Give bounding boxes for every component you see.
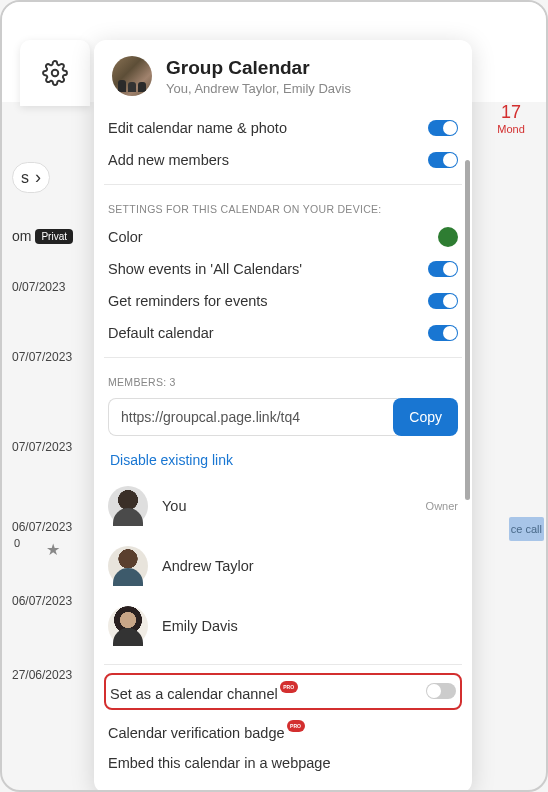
default-calendar-toggle[interactable] xyxy=(428,325,458,341)
reminders-toggle[interactable] xyxy=(428,293,458,309)
set-channel-label: Set as a calendar channel xyxy=(110,681,426,702)
star-icon: ★ xyxy=(46,540,60,559)
default-calendar-row[interactable]: Default calendar xyxy=(104,317,462,349)
bg-calendar-name: om Privat xyxy=(12,228,73,244)
disable-link-button[interactable]: Disable existing link xyxy=(104,440,239,476)
member-row[interactable]: Emily Davis xyxy=(104,596,462,656)
gear-icon xyxy=(42,60,68,86)
calendar-members-summary: You, Andrew Taylor, Emily Davis xyxy=(166,81,351,96)
member-avatar xyxy=(108,486,148,526)
bg-nav[interactable]: s › xyxy=(12,162,50,193)
bg-date-day: Mond xyxy=(486,123,536,135)
set-channel-toggle[interactable] xyxy=(426,683,456,699)
embed-calendar-label: Embed this calendar in a webpage xyxy=(108,755,458,771)
member-role: Owner xyxy=(426,500,458,512)
device-settings-heading: SETTINGS FOR THIS CALENDAR ON YOUR DEVIC… xyxy=(104,193,462,221)
copy-button[interactable]: Copy xyxy=(393,398,458,436)
color-row[interactable]: Color xyxy=(104,221,462,253)
set-channel-row[interactable]: Set as a calendar channel xyxy=(104,673,462,710)
bg-date-header: 17 Mond xyxy=(486,102,536,135)
add-members-row[interactable]: Add new members xyxy=(104,144,462,176)
member-row[interactable]: You Owner xyxy=(104,476,462,536)
bg-event-tile[interactable]: ce call xyxy=(509,517,544,541)
member-name: Emily Davis xyxy=(162,618,444,634)
member-name: You xyxy=(162,498,412,514)
share-link-input[interactable] xyxy=(108,398,397,436)
divider xyxy=(104,357,462,358)
color-swatch[interactable] xyxy=(438,227,458,247)
edit-calendar-toggle[interactable] xyxy=(428,120,458,136)
member-row[interactable]: Andrew Taylor xyxy=(104,536,462,596)
bg-date-cell: 07/07/2023 xyxy=(12,440,72,454)
add-members-label: Add new members xyxy=(108,152,428,168)
divider xyxy=(104,184,462,185)
verification-badge-row[interactable]: Calendar verification badge xyxy=(104,714,462,747)
default-calendar-label: Default calendar xyxy=(108,325,428,341)
show-all-calendars-row[interactable]: Show events in 'All Calendars' xyxy=(104,253,462,285)
group-avatar[interactable] xyxy=(112,56,152,96)
member-name: Andrew Taylor xyxy=(162,558,444,574)
pro-badge-icon xyxy=(280,681,298,693)
bg-date-cell: 0/07/2023 xyxy=(12,280,65,294)
calendar-settings-panel: Group Calendar You, Andrew Taylor, Emily… xyxy=(94,40,472,792)
private-badge: Privat xyxy=(35,229,73,244)
bg-date-cell: 06/07/2023 xyxy=(12,520,72,534)
members-heading: MEMBERS: 3 xyxy=(104,366,462,394)
show-all-toggle[interactable] xyxy=(428,261,458,277)
scrollbar-thumb[interactable] xyxy=(465,160,470,500)
member-avatar xyxy=(108,546,148,586)
verification-badge-label: Calendar verification badge xyxy=(108,720,458,741)
show-all-label: Show events in 'All Calendars' xyxy=(108,261,428,277)
bg-date-cell: 06/07/2023 xyxy=(12,594,72,608)
bg-nav-letter: s xyxy=(21,169,29,187)
edit-calendar-label: Edit calendar name & photo xyxy=(108,120,428,136)
share-link-row: Copy xyxy=(104,394,462,440)
reminders-row[interactable]: Get reminders for events xyxy=(104,285,462,317)
add-members-toggle[interactable] xyxy=(428,152,458,168)
svg-point-0 xyxy=(52,70,59,77)
color-label: Color xyxy=(108,229,438,245)
bg-date-number: 17 xyxy=(486,102,536,123)
member-avatar xyxy=(108,606,148,646)
bg-zero: 0 xyxy=(14,537,20,549)
settings-button[interactable] xyxy=(20,40,90,106)
divider xyxy=(104,664,462,665)
chevron-right-icon: › xyxy=(35,167,41,188)
pro-badge-icon xyxy=(287,720,305,732)
edit-calendar-row[interactable]: Edit calendar name & photo xyxy=(104,112,462,144)
calendar-title: Group Calendar xyxy=(166,57,351,79)
bg-date-cell: 27/06/2023 xyxy=(12,668,72,682)
panel-header: Group Calendar You, Andrew Taylor, Emily… xyxy=(94,40,472,110)
reminders-label: Get reminders for events xyxy=(108,293,428,309)
bg-date-cell: 07/07/2023 xyxy=(12,350,72,364)
embed-calendar-row[interactable]: Embed this calendar in a webpage xyxy=(104,747,462,779)
